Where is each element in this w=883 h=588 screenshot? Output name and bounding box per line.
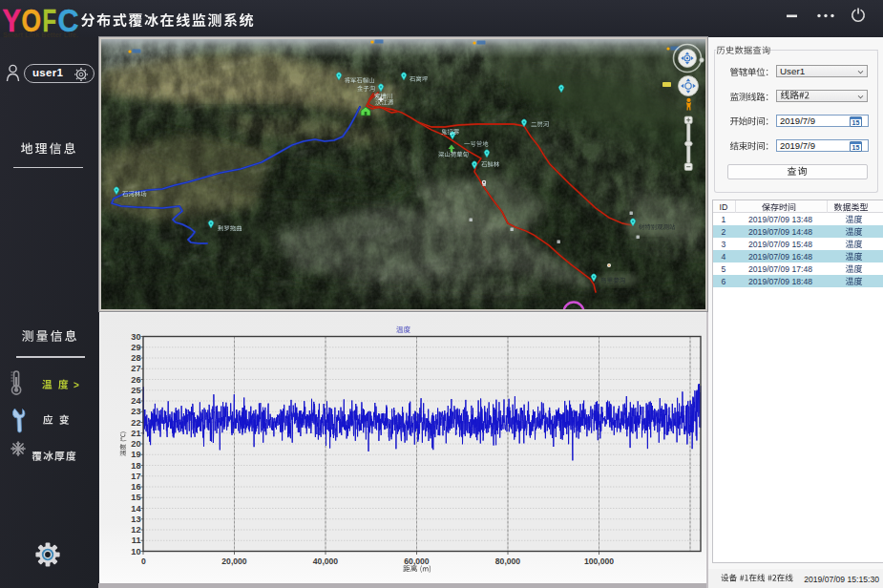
svg-text:Smart Link Better Life.: Smart Link Better Life.: [3, 32, 78, 38]
svg-text:28: 28: [131, 353, 140, 363]
svg-text:80,000: 80,000: [495, 556, 521, 566]
svg-text:40,000: 40,000: [313, 556, 339, 566]
svg-text:20,000: 20,000: [221, 556, 247, 566]
svg-text:23: 23: [131, 407, 140, 416]
svg-text:11: 11: [132, 536, 141, 545]
svg-text:60,000: 60,000: [404, 556, 430, 566]
svg-text:12: 12: [131, 525, 140, 535]
svg-text:27: 27: [131, 364, 140, 373]
svg-text:14: 14: [131, 504, 141, 514]
svg-text:25: 25: [131, 386, 140, 395]
svg-text:0: 0: [141, 556, 146, 566]
svg-text:19: 19: [131, 450, 140, 459]
svg-text:24: 24: [131, 396, 141, 406]
svg-text:29: 29: [131, 343, 140, 352]
svg-text:16: 16: [131, 482, 140, 492]
svg-text:17: 17: [131, 472, 140, 481]
svg-text:10: 10: [131, 547, 140, 556]
svg-text:22: 22: [131, 418, 140, 428]
svg-text:26: 26: [131, 375, 140, 385]
svg-text:13: 13: [131, 514, 140, 524]
svg-text:21: 21: [131, 429, 140, 438]
svg-text:30: 30: [131, 332, 140, 342]
svg-text:100,000: 100,000: [584, 556, 614, 566]
svg-text:20: 20: [131, 439, 140, 449]
svg-text:18: 18: [131, 461, 140, 471]
svg-text:15: 15: [131, 493, 140, 502]
